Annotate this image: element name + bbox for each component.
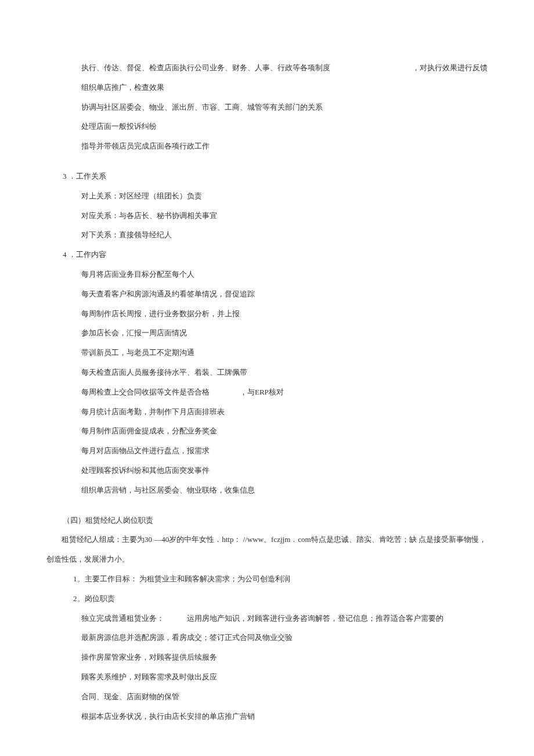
- section-4-item: 每周检查上交合同收据等文件是否合格 ，与ERP核对: [46, 382, 488, 402]
- duty-line: 处理店面一般投诉纠纷: [46, 117, 488, 136]
- section-3-item: 对应关系：与各店长、秘书协调相关事宜: [46, 206, 488, 226]
- section-4-item: 每月将店面业务目标分配至每个人: [46, 265, 488, 284]
- section-si-item2-list: 最新房源信息并选配房源，看房成交；签订正式合同及物业交验: [46, 628, 488, 648]
- section-4-item: 组织单店营销，与社区居委会、物业联络，收集信息: [46, 480, 488, 500]
- section-4-item: 每月对店面物品文件进行盘点，报需求: [46, 441, 488, 461]
- section-4-title: 4 ．工作内容: [46, 245, 488, 265]
- spacer: [46, 500, 488, 511]
- text-fragment: 执行、传达、督促、检查店面执行公司业务、财务、人事、行政等各项制度: [81, 58, 330, 78]
- section-3-item: 对下关系：直接领导经纪人: [46, 225, 488, 245]
- section-si-item2-list: 根据本店业务状况，执行由店长安排的单店推广营销: [46, 707, 488, 726]
- section-4-item: 处理顾客投诉纠纷和其他店面突发事件: [46, 461, 488, 480]
- section-si-body: 租赁经纪人组成：主要为30 —40岁的中年女性．http： //www。fczj…: [46, 530, 488, 569]
- document-content: 执行、传达、督促、检查店面执行公司业务、财务、人事、行政等各项制度 ，对执行效果…: [46, 58, 488, 726]
- section-4-item: 每天检查店面人员服务接待水平、着装、工牌佩带: [46, 363, 488, 382]
- section-4-item: 每周制作店长周报，进行业务数据分析，并上报: [46, 304, 488, 324]
- section-4-item: 带训新员工，与老员工不定期沟通: [46, 343, 488, 363]
- section-si-item1: 1。主要工作目标： 为租赁业主和顾客解决需求；为公司创造利润: [46, 569, 488, 589]
- section-si-item2-list: 顾客关系维护，对顾客需求及时做出反应: [46, 667, 488, 687]
- section-4-item: 每天查看客户和房源沟通及约看签单情况，督促追踪: [46, 284, 488, 304]
- section-si-item2-list: 操作房屋管家业务，对顾客提供后续服务: [46, 648, 488, 667]
- duty-line: 组织单店推广，检查效果: [46, 78, 488, 97]
- section-si-title: （四）租赁经纪人岗位职责: [46, 511, 488, 530]
- section-4-item: 每月统计店面考勤，并制作下月店面排班表: [46, 402, 488, 422]
- section-3-title: 3 ．工作关系: [46, 167, 488, 186]
- section-si-item2-list: 合同、现金、店面财物的保管: [46, 687, 488, 707]
- text-fragment: ，对执行效果进行反馈: [412, 58, 488, 78]
- duty-line: 协调与社区居委会、物业、派出所、市容、工商、城管等有关部门的关系: [46, 97, 488, 117]
- section-si-item2-title: 2。岗位职责: [46, 589, 488, 609]
- section-si-item2-list: 独立完成普通租赁业务： 运用房地产知识，对顾客进行业务咨询解答，登记信息；推荐适…: [46, 609, 488, 628]
- section-3-item: 对上关系：对区经理（组团长）负责: [46, 186, 488, 206]
- section-4-item: 每月制作店面佣金提成表，分配业务奖金: [46, 421, 488, 441]
- duty-line: 指导并带领店员完成店面各项行政工作: [46, 136, 488, 156]
- spacer: [46, 156, 488, 167]
- duty-line: 执行、传达、督促、检查店面执行公司业务、财务、人事、行政等各项制度 ，对执行效果…: [46, 58, 488, 78]
- section-4-item: 参加店长会，汇报一周店面情况: [46, 323, 488, 343]
